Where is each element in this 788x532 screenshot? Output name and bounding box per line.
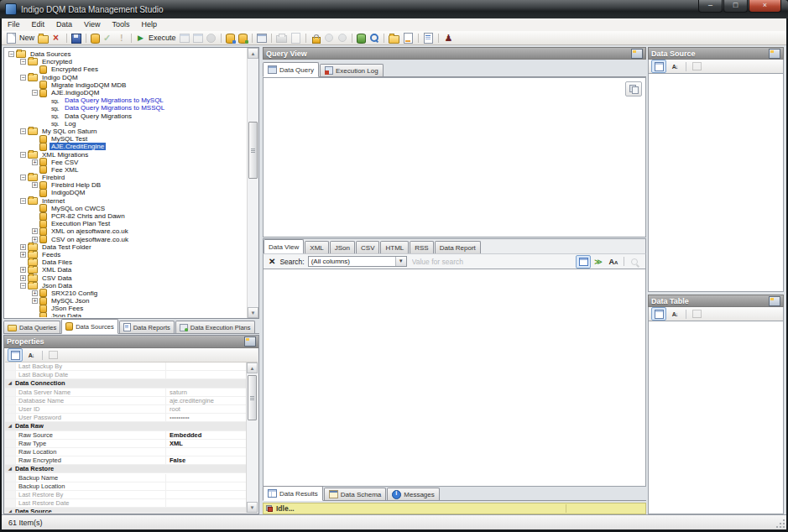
refresh-db-button[interactable] — [224, 32, 237, 44]
categorized-button[interactable] — [651, 307, 666, 321]
tree-item-feeds[interactable]: +Feeds — [5, 251, 247, 258]
scroll-down-arrow-icon[interactable]: ▼ — [247, 502, 258, 513]
edit-db-button[interactable] — [237, 32, 249, 44]
search-input[interactable] — [410, 255, 576, 268]
tree-item-migrate-indigodqm-mdb[interactable]: Migrate IndigoDQM MDB — [5, 81, 247, 89]
tab-json[interactable]: JSon — [330, 241, 355, 253]
expand-plus-icon[interactable]: + — [20, 275, 26, 281]
alphabetical-sort-button[interactable]: A↓ — [667, 307, 682, 321]
tree-item-encrypted[interactable]: −Encrypted — [5, 58, 247, 65]
tree-item-firebird-help-db[interactable]: +Firebird Help DB — [5, 181, 247, 189]
property-row-raw-source[interactable]: Raw SourceEmbedded — [5, 431, 247, 440]
tree-item-data-test-folder[interactable]: +Data Test Folder — [5, 243, 247, 251]
tree-item-aje-indigodqm[interactable]: −AJE.IndigoDQM — [5, 89, 247, 96]
panel-menu-icon[interactable] — [769, 296, 780, 306]
expand-plus-icon[interactable]: + — [32, 228, 38, 234]
tree-item-xml-data[interactable]: +XML Data — [5, 266, 247, 274]
tree-item-indigodqm[interactable]: IndigoDQM — [5, 189, 247, 196]
collapse-minus-icon[interactable]: − — [8, 51, 14, 57]
property-row-backup-name[interactable]: Backup Name — [5, 473, 247, 482]
tree-item-data-query-migrations-to-mysql[interactable]: Data Query Migrations to MySQL — [5, 96, 247, 104]
save-button[interactable] — [70, 32, 83, 44]
menu-help[interactable]: Help — [135, 18, 163, 31]
search-button[interactable] — [368, 32, 381, 44]
collapse-minus-icon[interactable]: − — [32, 90, 38, 96]
tab-data-query[interactable]: Data Query — [263, 62, 319, 77]
copy-icon[interactable] — [625, 81, 642, 96]
tree-item-data-files[interactable]: Data Files — [5, 258, 247, 266]
property-category-data-connection[interactable]: ◢Data Connection — [5, 379, 247, 388]
columns-dropdown[interactable]: (All columns) ▼ — [308, 256, 407, 267]
property-category-data-restore[interactable]: ◢Data Restore — [5, 465, 247, 473]
close-button[interactable]: × — [749, 0, 781, 13]
expand-plus-icon[interactable]: + — [32, 182, 38, 188]
tab-data-sources[interactable]: Data Sources — [61, 319, 117, 334]
tree-item-data-query-migrations[interactable]: Data Query Migrations — [5, 112, 247, 120]
collapse-minus-icon[interactable]: − — [20, 175, 26, 180]
collapse-minus-icon[interactable]: − — [20, 75, 26, 81]
page-edit-button[interactable] — [401, 32, 415, 44]
query-editor[interactable] — [263, 77, 646, 237]
tab-data-reports[interactable]: Data Reports — [119, 321, 175, 333]
tree-item-mysql-on-cwcs[interactable]: MySQL on CWCS — [5, 205, 247, 212]
data-table-grid[interactable] — [648, 321, 784, 514]
menu-file[interactable]: File — [2, 18, 26, 31]
folder-button[interactable] — [387, 32, 401, 44]
tree-item-encrypted-fees[interactable]: Encrypted Fees — [5, 65, 247, 73]
tree-scrollbar[interactable]: ▲ ▼ — [247, 48, 258, 318]
property-row-raw-type[interactable]: Raw TypeXML — [5, 440, 247, 448]
collapse-minus-icon[interactable]: − — [20, 198, 26, 204]
expand-plus-icon[interactable]: + — [32, 290, 38, 296]
tree-item-firebird[interactable]: −Firebird — [5, 174, 247, 181]
execute-button[interactable]: Execute — [134, 32, 178, 44]
tree-item-json-data[interactable]: Json Data — [5, 312, 247, 317]
property-row-last-restore-date[interactable]: Last Restore Date — [5, 499, 247, 508]
tree-item-pcr-82-chris-and-dawn[interactable]: PCR-82 Chris and Dawn — [5, 212, 247, 220]
import-db-button[interactable] — [89, 32, 102, 44]
tree-item-data-query-migrations-to-mssql[interactable]: Data Query Migrations to MSSQL — [5, 104, 247, 112]
scroll-up-arrow-icon[interactable]: ▲ — [247, 362, 258, 373]
tree-item-execution-plan-test[interactable]: Execution Plan Test — [5, 220, 247, 227]
properties-scrollbar[interactable]: ▲ ▼ — [246, 362, 258, 513]
tab-data-view[interactable]: Data View — [264, 239, 304, 254]
expand-plus-icon[interactable]: + — [32, 298, 38, 304]
tree-item-fee-xml[interactable]: Fee XML — [5, 166, 247, 174]
property-row-last-backup-by[interactable]: Last Backup By — [5, 362, 247, 371]
menu-edit[interactable]: Edit — [26, 18, 51, 31]
tree-item-mysql-test[interactable]: MySQL Test — [5, 135, 247, 143]
run-search-button[interactable]: ≫ — [591, 255, 606, 269]
tab-data-report[interactable]: Data Report — [435, 241, 481, 253]
tab-data-schema[interactable]: Data Schema — [324, 488, 386, 500]
delete-button[interactable] — [50, 32, 64, 44]
categorized-button[interactable] — [651, 60, 666, 73]
maximize-panel-icon[interactable] — [631, 49, 643, 59]
tab-rss[interactable]: RSS — [410, 241, 433, 253]
property-category-data-raw[interactable]: ◢Data Raw — [5, 422, 247, 430]
new-page-button[interactable]: New — [4, 32, 36, 44]
categorized-button[interactable] — [8, 348, 23, 362]
collapse-minus-icon[interactable]: − — [20, 128, 26, 134]
expand-plus-icon[interactable]: + — [32, 159, 38, 165]
lock-button[interactable] — [309, 32, 322, 44]
alphabetical-sort-button[interactable]: A↓ — [667, 60, 682, 73]
collapse-minus-icon[interactable]: − — [20, 152, 26, 158]
tab-xml[interactable]: XML — [305, 241, 328, 253]
scrollbar-thumb[interactable] — [248, 122, 258, 179]
menu-tools[interactable]: Tools — [106, 18, 135, 31]
clear-search-icon[interactable]: ✕ — [269, 257, 275, 266]
tree-item-srx210-config[interactable]: +SRX210 Config — [5, 289, 247, 297]
property-row-raw-location[interactable]: Raw Location — [5, 448, 247, 456]
property-row-last-restore-by[interactable]: Last Restore By — [5, 491, 247, 499]
property-row-user-password[interactable]: User Password••••••••• — [5, 414, 247, 422]
maximize-button[interactable]: □ — [723, 0, 748, 13]
database-green-button[interactable] — [355, 32, 368, 44]
run-user-button[interactable] — [441, 32, 455, 44]
tree-item-mysql-json[interactable]: +MySQL Json — [5, 297, 247, 305]
tab-csv[interactable]: CSV — [356, 241, 379, 253]
resize-grip[interactable] — [776, 519, 785, 528]
menu-view[interactable]: View — [78, 18, 106, 31]
scrollbar-thumb[interactable] — [248, 375, 257, 420]
property-row-data-server-name[interactable]: Data Server Namesaturn — [5, 389, 247, 397]
scroll-down-arrow-icon[interactable]: ▼ — [248, 307, 258, 318]
scroll-up-arrow-icon[interactable]: ▲ — [248, 48, 258, 59]
